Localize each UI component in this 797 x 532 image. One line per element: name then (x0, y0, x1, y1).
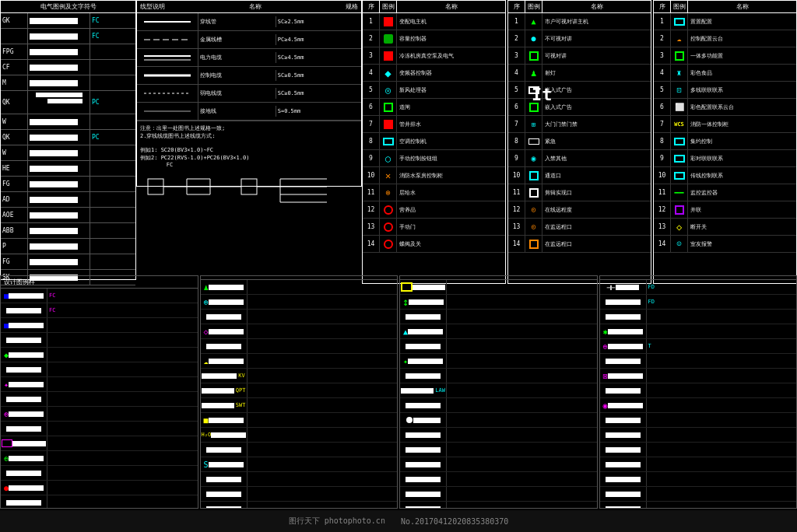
main-canvas: 电气图例及文字符号 GKFC FC FPG CF M QKPC W QKPC W… (0, 0, 797, 532)
design-legend-title: 设计图例样 (1, 276, 198, 289)
watermark-code: No.20170412020835380370 (401, 517, 508, 526)
wire-legend-table: 线型说明 名称 规格 穿线管 SC≥2.5mm 金属线槽 PC≥4.5mm 电力… (136, 0, 362, 187)
svg-rect-7 (148, 179, 163, 194)
legend-panel-3: ↕ ▲ ✦ LAW (399, 275, 598, 509)
wire-legend-title: 线型说明 名称 规格 (137, 1, 361, 13)
watermark-bar: 图行天下 photophoto.cn No.201704120208353803… (0, 510, 797, 532)
watermark-site: 图行天下 photophoto.cn (289, 516, 385, 527)
svg-rect-15 (241, 179, 257, 194)
design-legend-panel: 设计图例样 ■FC FC ■ ◆ ✦ ⊕ ⊕ ● ⊠ (0, 275, 198, 509)
symbol-table-3: 序 图例 名称 1置置配置 2☁控制配置云台 3一体多功能置 4♜彩色食品 5⊡… (653, 0, 797, 284)
wire-diagram-svg (140, 171, 358, 218)
it-label: It (532, 85, 553, 104)
bottom-section: 设计图例样 ■FC FC ■ ◆ ✦ ⊕ ⊕ ● ⊠ ♟ ⊕ ◇ (0, 275, 797, 509)
left-legend-panel: 电气图例及文字符号 GKFC FC FPG CF M QKPC W QKPC W… (0, 0, 136, 280)
legend-panel-2: ♟ ⊕ ◇ ☁ KV QPT SWT ■ H₂O S (200, 275, 398, 509)
symbol-table-1: 序 图例 名称 1变配电主机 2容量控制器 3冷冻机房真空泵及电气 4◆变频器控… (362, 0, 506, 284)
left-legend-title: 电气图例及文字符号 (1, 1, 135, 13)
legend-panel-4: ⊣⊢FD FD ✱ ⊕T ⊠ ◉ (599, 275, 798, 509)
symbol-table-2: 序 图例 名称 1▲市户可视对讲主机 2●不可视对讲 3可视对讲 4♟射灯 5嵌… (507, 0, 651, 284)
